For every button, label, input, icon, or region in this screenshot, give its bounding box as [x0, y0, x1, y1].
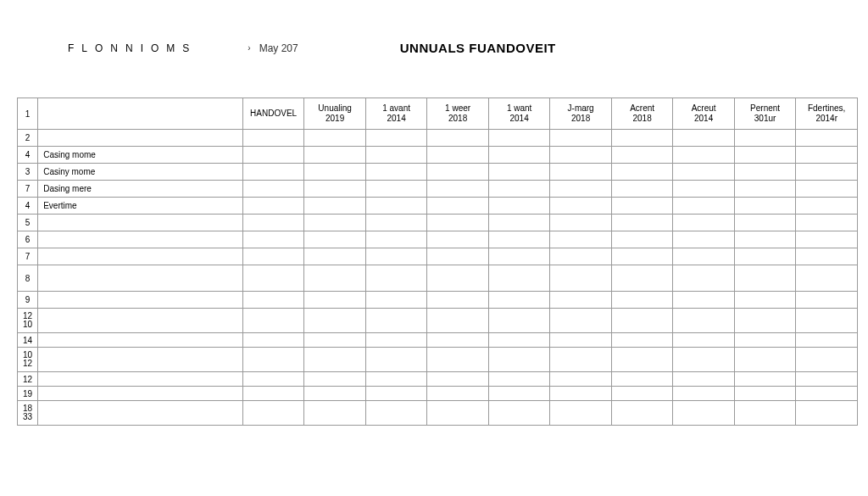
row-number: 6 — [18, 231, 38, 248]
cell — [427, 198, 489, 215]
cell — [611, 215, 673, 231]
cell — [796, 309, 858, 333]
cell — [488, 130, 550, 147]
cell — [611, 333, 673, 348]
cell — [242, 348, 304, 372]
cell — [611, 248, 673, 265]
cell — [611, 292, 673, 309]
cell — [365, 387, 427, 401]
cell — [427, 164, 489, 181]
cell — [796, 147, 858, 164]
cell — [365, 265, 427, 292]
cell — [488, 181, 550, 198]
row-number: 19 — [18, 387, 38, 401]
table-row: 2 — [18, 130, 858, 147]
table-row: 1012 — [18, 348, 858, 372]
cell — [796, 231, 858, 248]
column-header: Unualing2019 — [304, 98, 366, 130]
cell — [488, 248, 550, 265]
table-row: 7Dasing mere — [18, 181, 858, 198]
column-header: HANDOVEL — [242, 98, 304, 130]
cell — [550, 248, 612, 265]
cell — [734, 348, 796, 372]
cell — [304, 147, 366, 164]
row-number: 4 — [18, 147, 38, 164]
table-row: 8 — [18, 265, 858, 292]
cell — [734, 309, 796, 333]
cell — [611, 387, 673, 401]
cell — [488, 164, 550, 181]
cell — [673, 147, 735, 164]
table-row: 9 — [18, 292, 858, 309]
cell — [611, 231, 673, 248]
cell — [734, 198, 796, 215]
cell — [611, 401, 673, 426]
cell — [550, 309, 612, 333]
cell — [427, 292, 489, 309]
column-header: Fdertines,2014r — [796, 98, 858, 130]
cell — [304, 372, 366, 387]
table-row: 1833 — [18, 401, 858, 426]
row-number: 5 — [18, 215, 38, 231]
row-number: 3 — [18, 164, 38, 181]
row-label — [38, 401, 243, 426]
cell — [365, 215, 427, 231]
brand-name: FLONNIOMS — [68, 42, 197, 54]
cell — [242, 292, 304, 309]
cell — [427, 181, 489, 198]
row-label — [38, 248, 243, 265]
cell — [365, 292, 427, 309]
cell — [427, 248, 489, 265]
cell — [242, 309, 304, 333]
cell — [550, 387, 612, 401]
column-header: Acreut2014 — [673, 98, 735, 130]
cell — [611, 309, 673, 333]
cell — [673, 372, 735, 387]
row-number: 1210 — [18, 309, 38, 333]
cell — [427, 147, 489, 164]
cell — [304, 248, 366, 265]
cell — [796, 401, 858, 426]
row-number: 4 — [18, 198, 38, 215]
row-number: 7 — [18, 248, 38, 265]
cell — [488, 372, 550, 387]
cell — [242, 372, 304, 387]
cell — [242, 181, 304, 198]
row-number: 2 — [18, 130, 38, 147]
cell — [365, 309, 427, 333]
cell — [796, 198, 858, 215]
cell — [427, 333, 489, 348]
cell — [734, 333, 796, 348]
cell — [242, 387, 304, 401]
cell — [734, 248, 796, 265]
cell — [796, 181, 858, 198]
cell — [611, 147, 673, 164]
cell — [673, 292, 735, 309]
breadcrumb: › May 207 — [248, 42, 298, 54]
cell — [796, 387, 858, 401]
cell — [796, 215, 858, 231]
cell — [550, 198, 612, 215]
row-label — [38, 265, 243, 292]
row-number: 14 — [18, 333, 38, 348]
cell — [488, 215, 550, 231]
column-header: 1 want2014 — [488, 98, 550, 130]
cell — [796, 130, 858, 147]
cell — [427, 130, 489, 147]
cell — [673, 130, 735, 147]
table-row: 5 — [18, 215, 858, 231]
row-number: 1012 — [18, 348, 38, 372]
cell — [304, 348, 366, 372]
cell — [550, 147, 612, 164]
cell — [796, 372, 858, 387]
column-header: Acrent2018 — [611, 98, 673, 130]
cell — [550, 265, 612, 292]
page-title: UNNUALS FUANDOVEIT — [400, 41, 556, 55]
cell — [427, 309, 489, 333]
cell — [796, 292, 858, 309]
cell — [611, 198, 673, 215]
cell — [488, 309, 550, 333]
cell — [734, 372, 796, 387]
cell — [365, 231, 427, 248]
cell — [488, 348, 550, 372]
